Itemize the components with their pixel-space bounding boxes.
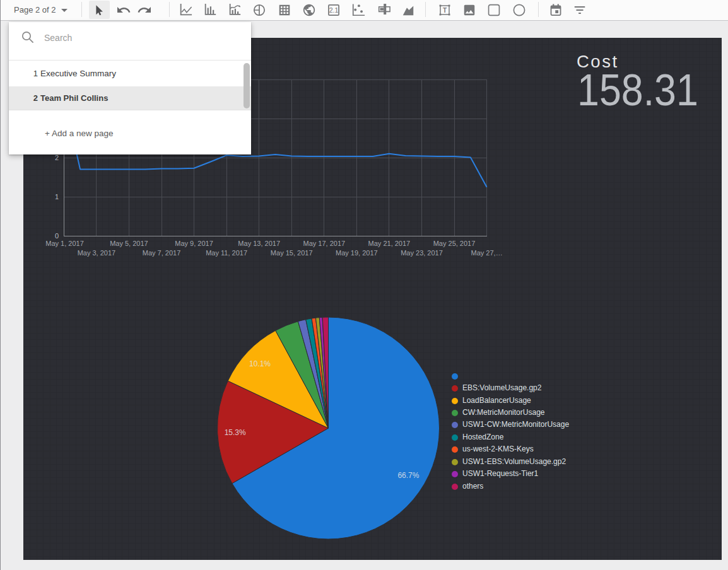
svg-text:66.7%: 66.7% — [397, 471, 419, 480]
svg-text:May 7, 2017: May 7, 2017 — [143, 249, 181, 257]
svg-text:May 13, 2017: May 13, 2017 — [238, 240, 280, 247]
svg-text:May 19, 2017: May 19, 2017 — [336, 249, 378, 257]
svg-text:May 17, 2017: May 17, 2017 — [303, 240, 345, 247]
svg-text:10.1%: 10.1% — [249, 359, 271, 368]
svg-text:May 3, 2017: May 3, 2017 — [78, 249, 116, 257]
svg-text:15.3%: 15.3% — [225, 428, 246, 437]
svg-text:May 9, 2017: May 9, 2017 — [175, 240, 213, 247]
svg-text:2.1: 2.1 — [329, 6, 339, 14]
svg-text:May 11, 2017: May 11, 2017 — [206, 249, 247, 257]
svg-text:May 21, 2017: May 21, 2017 — [368, 240, 411, 247]
svg-text:0: 0 — [55, 232, 59, 240]
svg-text:May 5, 2017: May 5, 2017 — [110, 240, 148, 247]
svg-text:T: T — [443, 7, 447, 14]
svg-text:May 23, 2017: May 23, 2017 — [401, 249, 443, 257]
svg-text:May 1, 2017: May 1, 2017 — [45, 240, 84, 247]
svg-text:2: 2 — [55, 154, 59, 161]
svg-text:1: 1 — [55, 193, 59, 201]
svg-text:May 27,…: May 27,… — [471, 249, 503, 257]
svg-text:May 25, 2017: May 25, 2017 — [433, 240, 476, 247]
svg-text:May 15, 2017: May 15, 2017 — [271, 249, 313, 257]
